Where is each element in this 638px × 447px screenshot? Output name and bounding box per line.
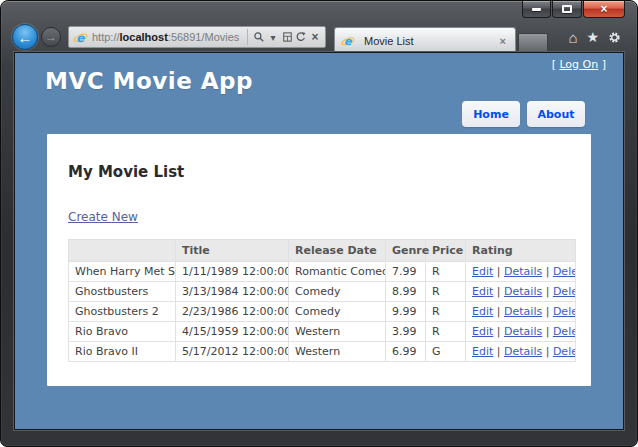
tab-close-icon[interactable]: × [497, 35, 509, 47]
edit-link[interactable]: Edit [472, 285, 493, 298]
action-separator: | [497, 265, 501, 278]
col-header-title: Title [176, 240, 289, 262]
col-header-genre: Genre [386, 240, 426, 262]
close-button[interactable]: × [583, 1, 625, 18]
table-header-row: Title Release Date Genre Price Rating [69, 240, 576, 262]
logon-area: [ Log On ] [552, 58, 606, 71]
maximize-button[interactable] [552, 1, 582, 18]
delete-link[interactable]: Delete [553, 265, 576, 278]
col-header-price: Price [426, 240, 466, 262]
movie-price-cell: 9.99 [386, 302, 426, 322]
movie-rating-cell: R [426, 262, 466, 282]
delete-link[interactable]: Delete [553, 285, 576, 298]
back-arrow-icon: ← [18, 29, 33, 46]
svg-text:e: e [76, 30, 85, 44]
tools-gear-icon[interactable] [608, 31, 621, 44]
tab-ie-icon: e [341, 34, 355, 48]
url-path: :56891/Movies [168, 31, 240, 43]
logon-bracket-close: ] [598, 58, 606, 71]
movie-date-cell: 3/13/1984 12:00:00 AM [176, 282, 289, 302]
forward-button[interactable]: → [41, 27, 61, 47]
nav-tab-about[interactable]: About [527, 101, 585, 127]
table-row: When Harry Met Sally 1/11/1989 12:00:00 … [69, 262, 576, 282]
edit-link[interactable]: Edit [472, 305, 493, 318]
movie-rating-cell: R [426, 282, 466, 302]
movie-genre-cell: Comedy [289, 282, 386, 302]
movie-actions-cell: Edit | Details | Delete [466, 302, 576, 322]
url-prefix: http:// [92, 31, 120, 43]
delete-link[interactable]: Delete [553, 325, 576, 338]
edit-link[interactable]: Edit [472, 325, 493, 338]
details-link[interactable]: Details [504, 305, 542, 318]
search-dropdown-icon[interactable]: ▾ [266, 29, 280, 45]
browser-window: × ← → e http://localhost:56891/Movies ▾ [0, 0, 638, 447]
action-separator: | [497, 285, 501, 298]
movie-price-cell: 7.99 [386, 262, 426, 282]
delete-link[interactable]: Delete [553, 345, 576, 358]
action-separator: | [546, 285, 550, 298]
action-separator: | [497, 325, 501, 338]
browser-toolbar: ← → e http://localhost:56891/Movies ▾ [12, 22, 627, 52]
minimize-button[interactable] [522, 1, 551, 18]
action-separator: | [497, 345, 501, 358]
movie-date-cell: 1/11/1989 12:00:00 AM [176, 262, 289, 282]
edit-link[interactable]: Edit [472, 345, 493, 358]
movie-genre-cell: Western [289, 342, 386, 362]
table-row: Rio Bravo 4/15/1959 12:00:00 AM Western … [69, 322, 576, 342]
url-text: http://localhost:56891/Movies [92, 31, 243, 43]
tab-movie-list[interactable]: e Movie List × [334, 27, 516, 53]
action-separator: | [546, 345, 550, 358]
address-bar[interactable]: e http://localhost:56891/Movies ▾ × [68, 26, 326, 48]
url-host: localhost [120, 31, 168, 43]
logon-link[interactable]: Log On [559, 58, 598, 71]
movie-name-cell: When Harry Met Sally [69, 262, 176, 282]
table-row: Ghostbusters 2 2/23/1986 12:00:00 AM Com… [69, 302, 576, 322]
home-icon[interactable]: ⌂ [568, 30, 577, 45]
details-link[interactable]: Details [504, 265, 542, 278]
movie-name-cell: Ghostbusters 2 [69, 302, 176, 322]
page-viewport: [ Log On ] MVC Movie App Home About My M… [14, 52, 624, 430]
forward-arrow-icon: → [45, 30, 57, 44]
movie-price-cell: 8.99 [386, 282, 426, 302]
details-link[interactable]: Details [504, 325, 542, 338]
main-nav: Home About [455, 101, 585, 127]
compatibility-view-icon[interactable] [280, 29, 294, 45]
delete-link[interactable]: Delete [553, 305, 576, 318]
col-header-empty [69, 240, 176, 262]
movie-actions-cell: Edit | Details | Delete [466, 322, 576, 342]
tab-title: Movie List [364, 35, 497, 47]
movie-genre-cell: Romantic Comedy [289, 262, 386, 282]
app-title: MVC Movie App [45, 68, 253, 94]
movie-rating-cell: R [426, 322, 466, 342]
search-icon[interactable] [252, 29, 266, 45]
new-tab-button[interactable] [518, 33, 548, 53]
movie-name-cell: Ghostbusters [69, 282, 176, 302]
svg-text:e: e [344, 34, 352, 47]
movie-rating-cell: R [426, 302, 466, 322]
maximize-icon [562, 5, 572, 13]
movie-actions-cell: Edit | Details | Delete [466, 342, 576, 362]
col-header-release-date: Release Date [289, 240, 386, 262]
refresh-icon[interactable] [294, 29, 308, 45]
movie-date-cell: 4/15/1959 12:00:00 AM [176, 322, 289, 342]
action-separator: | [546, 305, 550, 318]
movie-genre-cell: Western [289, 322, 386, 342]
close-icon: × [600, 3, 607, 15]
movie-name-cell: Rio Bravo [69, 322, 176, 342]
details-link[interactable]: Details [504, 285, 542, 298]
minimize-icon [532, 8, 541, 11]
create-new-link[interactable]: Create New [68, 210, 138, 224]
stop-icon[interactable]: × [308, 29, 322, 45]
page-title: My Movie List [68, 163, 573, 181]
movie-date-cell: 2/23/1986 12:00:00 AM [176, 302, 289, 322]
back-button[interactable]: ← [12, 24, 38, 50]
table-row: Ghostbusters 3/13/1984 12:00:00 AM Comed… [69, 282, 576, 302]
edit-link[interactable]: Edit [472, 265, 493, 278]
col-header-rating: Rating [466, 240, 576, 262]
nav-tab-home[interactable]: Home [462, 101, 520, 127]
movie-rating-cell: G [426, 342, 466, 362]
favorites-star-icon[interactable]: ★ [586, 30, 599, 44]
movie-table: Title Release Date Genre Price Rating Wh… [68, 239, 576, 362]
details-link[interactable]: Details [504, 345, 542, 358]
movie-date-cell: 5/17/2012 12:00:00 AM [176, 342, 289, 362]
